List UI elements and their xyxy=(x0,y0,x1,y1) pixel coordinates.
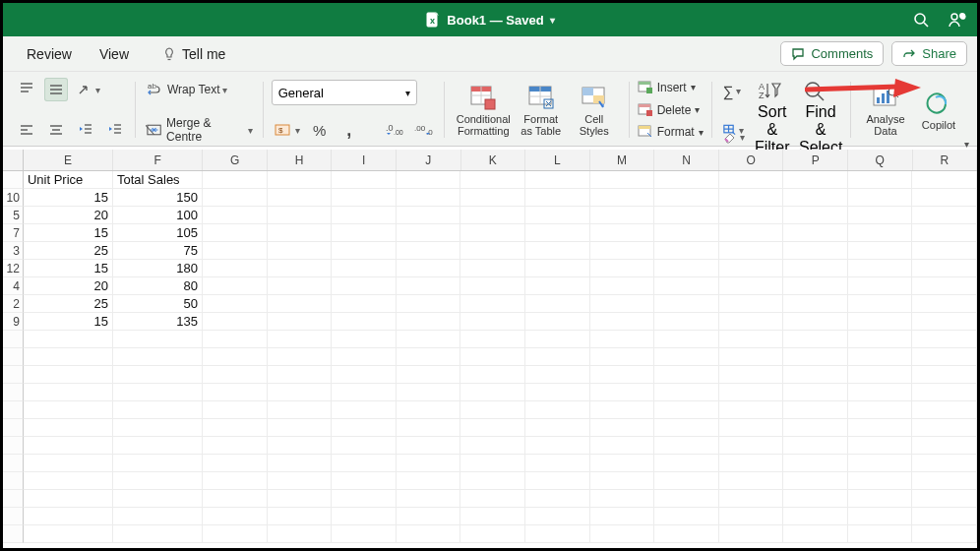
column-header-N[interactable]: N xyxy=(654,150,719,170)
cell[interactable] xyxy=(719,401,784,419)
cell[interactable] xyxy=(268,313,333,331)
cell[interactable] xyxy=(203,224,268,242)
accounting-format-button[interactable]: $▾ xyxy=(272,118,302,142)
cell[interactable] xyxy=(525,490,590,508)
align-middle-button[interactable] xyxy=(44,78,68,101)
merge-centre-button[interactable]: Merge & Centre▾ xyxy=(144,118,255,142)
document-title[interactable]: Book1 — Saved xyxy=(447,13,543,28)
cell[interactable] xyxy=(654,313,719,331)
cell[interactable] xyxy=(203,525,268,543)
cell[interactable] xyxy=(397,348,461,366)
cell[interactable] xyxy=(783,189,848,207)
cell[interactable] xyxy=(912,295,977,313)
cell[interactable] xyxy=(268,472,333,490)
cell[interactable] xyxy=(719,419,784,437)
cell[interactable] xyxy=(460,207,525,224)
cell[interactable] xyxy=(525,277,590,295)
cell[interactable] xyxy=(590,224,655,242)
cell[interactable] xyxy=(525,419,590,437)
cell[interactable] xyxy=(783,295,848,313)
cell[interactable] xyxy=(332,366,397,384)
sort-filter-button[interactable]: AZ xyxy=(750,78,789,103)
cell[interactable] xyxy=(525,401,590,419)
cell[interactable] xyxy=(654,189,719,207)
cell[interactable] xyxy=(719,384,784,401)
cell[interactable] xyxy=(719,366,784,384)
cell[interactable] xyxy=(783,277,848,295)
cell[interactable] xyxy=(332,419,397,437)
cell[interactable] xyxy=(783,437,848,455)
cell[interactable] xyxy=(268,189,333,207)
cell[interactable]: 100 xyxy=(113,207,203,224)
cell[interactable] xyxy=(268,277,333,295)
cell[interactable] xyxy=(654,277,719,295)
cell[interactable] xyxy=(268,348,333,366)
cell[interactable] xyxy=(590,348,655,366)
cell[interactable] xyxy=(397,260,461,277)
cell[interactable] xyxy=(397,295,461,313)
cell[interactable] xyxy=(397,331,461,348)
cell[interactable] xyxy=(912,171,977,189)
cell[interactable] xyxy=(203,508,268,525)
cell[interactable] xyxy=(848,348,913,366)
autosum-button[interactable]: ∑▾ xyxy=(720,79,744,102)
cell[interactable] xyxy=(654,525,719,543)
cell[interactable] xyxy=(848,437,913,455)
cell[interactable] xyxy=(719,508,784,525)
search-icon[interactable] xyxy=(912,11,930,29)
cell[interactable] xyxy=(24,384,113,401)
account-icon[interactable]: ⚙ xyxy=(948,11,967,29)
cell[interactable] xyxy=(590,331,655,348)
cell[interactable] xyxy=(848,171,913,189)
row-number[interactable] xyxy=(3,508,24,525)
cell[interactable] xyxy=(460,490,525,508)
cell[interactable]: 80 xyxy=(113,277,203,295)
cell[interactable] xyxy=(848,384,913,401)
cell[interactable] xyxy=(719,189,784,207)
comma-format-button[interactable]: , xyxy=(337,118,361,142)
cell[interactable] xyxy=(783,260,848,277)
cell[interactable] xyxy=(848,401,913,419)
align-top-button[interactable] xyxy=(15,78,38,101)
cell[interactable] xyxy=(654,260,719,277)
cell[interactable] xyxy=(460,366,525,384)
cell[interactable] xyxy=(332,171,397,189)
cell[interactable] xyxy=(397,224,461,242)
column-header-O[interactable]: O xyxy=(719,150,784,170)
cell[interactable] xyxy=(460,455,525,472)
cell[interactable]: 105 xyxy=(113,224,203,242)
increase-indent-button[interactable] xyxy=(103,118,127,142)
cell[interactable] xyxy=(397,455,461,472)
cell[interactable]: 50 xyxy=(113,295,203,313)
cell[interactable] xyxy=(719,224,784,242)
insert-cells-button[interactable]: Insert▾ xyxy=(638,78,704,97)
cell[interactable] xyxy=(719,277,784,295)
cell[interactable] xyxy=(719,207,784,224)
cell[interactable] xyxy=(332,455,397,472)
cell[interactable] xyxy=(203,331,268,348)
row-number[interactable] xyxy=(3,171,24,189)
cell[interactable] xyxy=(332,384,397,401)
cell[interactable] xyxy=(654,366,719,384)
cell[interactable] xyxy=(654,384,719,401)
column-header-K[interactable]: K xyxy=(461,150,526,170)
cell[interactable] xyxy=(590,401,655,419)
cell[interactable] xyxy=(590,277,655,295)
cell[interactable] xyxy=(590,242,655,260)
decrease-decimal-button[interactable]: .00.0 xyxy=(412,118,436,142)
cell[interactable] xyxy=(525,224,590,242)
cell[interactable] xyxy=(783,331,848,348)
spreadsheet-grid[interactable]: EFGHIJKLMNOPQR Unit PriceTotal Sales1015… xyxy=(3,150,977,548)
cell[interactable] xyxy=(460,437,525,455)
analyse-data-button[interactable]: AnalyseData xyxy=(859,82,912,139)
cell[interactable] xyxy=(654,401,719,419)
cell[interactable] xyxy=(268,295,333,313)
cell[interactable] xyxy=(24,508,113,525)
cell[interactable] xyxy=(912,277,977,295)
cell[interactable] xyxy=(848,207,913,224)
cell[interactable] xyxy=(654,472,719,490)
cell[interactable] xyxy=(268,242,333,260)
cell[interactable] xyxy=(912,490,977,508)
cell[interactable]: 75 xyxy=(113,242,203,260)
cell[interactable] xyxy=(397,313,461,331)
